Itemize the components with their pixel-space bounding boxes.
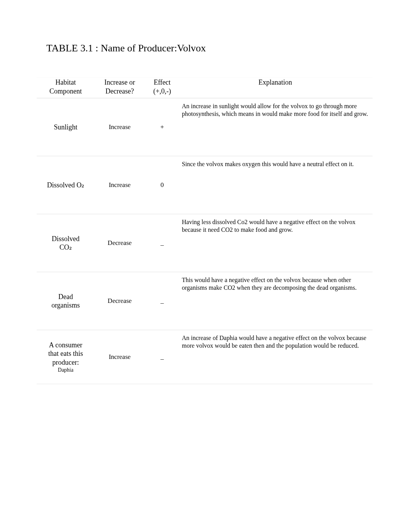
header-explanation: Explanation (180, 77, 373, 98)
habitat-label-l2: that eats this (48, 349, 83, 358)
cell-effect: _ (145, 330, 180, 384)
header-change: Increase or Decrease? (95, 77, 145, 98)
table-row: Dead organisms Decrease _ This would hav… (37, 272, 373, 330)
cell-habitat: Dissolved CO₂ (37, 214, 95, 272)
cell-habitat: Dissolved O₂ (37, 156, 95, 214)
cell-effect: _ (145, 214, 180, 272)
header-effect-l2: (+,0,-) (153, 87, 171, 96)
table-row: Dissolved CO₂ Decrease _ Having less dis… (37, 214, 373, 272)
habitat-label-l1: Dead (58, 292, 73, 301)
habitat-label-l1: Dissolved (52, 235, 80, 243)
cell-change: Increase (95, 99, 145, 156)
table-row: A consumer that eats this producer: Daph… (37, 330, 373, 384)
cell-explanation: This would have a negative effect on the… (180, 272, 373, 330)
cell-explanation: An increase in sunlight would allow for … (180, 99, 373, 156)
table-row: Sunlight Increase + An increase in sunli… (37, 99, 373, 156)
cell-change: Increase (95, 156, 145, 214)
cell-explanation: Since the volvox makes oxygen this would… (180, 156, 373, 214)
header-change-l2: Decrease? (105, 87, 134, 96)
habitat-label-l2: organisms (51, 301, 80, 310)
cell-effect: _ (145, 272, 180, 330)
habitat-label: Sunlight (54, 123, 77, 132)
header-effect-l1: Effect (154, 78, 171, 87)
table-header-row: Habitat Component Increase or Decrease? … (37, 77, 373, 99)
cell-effect: 0 (145, 156, 180, 214)
data-table: Habitat Component Increase or Decrease? … (37, 77, 373, 384)
header-habitat: Habitat Component (37, 77, 95, 98)
habitat-label-l4: Daphia (58, 367, 73, 374)
cell-explanation: An increase of Daphia would have a negat… (180, 330, 373, 384)
cell-effect: + (145, 99, 180, 156)
cell-habitat: Dead organisms (37, 272, 95, 330)
habitat-label-l1: A consumer (49, 341, 82, 350)
header-change-l1: Increase or (104, 78, 135, 87)
header-habitat-l2: Component (49, 87, 82, 96)
table-row: Dissolved O₂ Increase 0 Since the volvox… (37, 156, 373, 214)
cell-explanation: Having less dissolved Co2 would have a n… (180, 214, 373, 272)
habitat-label-l3: producer: (53, 358, 79, 367)
header-habitat-l1: Habitat (56, 78, 76, 87)
cell-habitat: Sunlight (37, 99, 95, 156)
habitat-label-l2: CO₂ (59, 243, 72, 252)
cell-change: Decrease (95, 272, 145, 330)
cell-habitat: A consumer that eats this producer: Daph… (37, 330, 95, 384)
cell-change: Decrease (95, 214, 145, 272)
header-effect: Effect (+,0,-) (145, 77, 180, 98)
page-title: TABLE 3.1 : Name of Producer:Volvox (46, 42, 387, 54)
header-explanation-label: Explanation (259, 78, 292, 87)
habitat-label: Dissolved O₂ (47, 181, 85, 190)
cell-change: Increase (95, 330, 145, 384)
